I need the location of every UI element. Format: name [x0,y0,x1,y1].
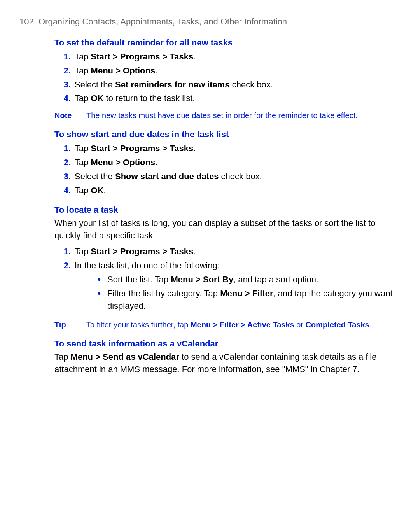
list-item: 4. Tap OK to return to the task list. [54,92,401,105]
paragraph-send-vcalendar: Tap Menu > Send as vCalendar to send a v… [54,351,381,376]
list-number: 3. [54,79,75,91]
bullet-item: • Sort the list. Tap Menu > Sort By, and… [91,273,401,286]
list-item: 2. In the task list, do one of the follo… [54,259,401,314]
list-locate-task: 1. Tap Start > Programs > Tasks. 2. In t… [54,245,401,313]
list-default-reminder: 1. Tap Start > Programs > Tasks. 2. Tap … [54,51,401,105]
list-text: Tap Start > Programs > Tasks. [75,245,401,258]
list-show-dates: 1. Tap Start > Programs > Tasks. 2. Tap … [54,142,401,197]
list-text: In the task list, do one of the followin… [75,259,401,314]
chapter-title: Organizing Contacts, Appointments, Tasks… [38,17,287,26]
list-number: 1. [54,51,75,63]
heading-send-vcalendar: To send task information as a vCalendar [54,338,401,350]
tip-text: To filter your tasks further, tap Menu >… [86,319,401,331]
note-block: Note The new tasks must have due dates s… [54,110,401,121]
list-item: 1. Tap Start > Programs > Tasks. [54,142,401,155]
bullet-text: Filter the list by category. Tap Menu > … [107,287,401,312]
list-text: Select the Show start and due dates chec… [75,170,401,183]
bullet-text: Sort the list. Tap Menu > Sort By, and t… [107,273,318,286]
list-text: Select the Set reminders for new items c… [75,79,401,91]
list-item: 3. Select the Set reminders for new item… [54,79,401,91]
list-number: 2. [54,156,75,169]
note-text: The new tasks must have due dates set in… [86,110,401,121]
list-item: 1. Tap Start > Programs > Tasks. [54,51,401,63]
list-number: 4. [54,92,75,105]
tip-label: Tip [54,319,86,331]
list-number: 1. [54,142,75,155]
list-text: Tap OK to return to the task list. [75,92,401,105]
heading-default-reminder: To set the default reminder for all new … [54,37,401,49]
list-text: Tap Start > Programs > Tasks. [75,51,401,63]
list-text: Tap Menu > Options. [75,156,401,169]
list-number: 2. [54,259,75,314]
list-item: 2. Tap Menu > Options. [54,156,401,169]
page-header: 102 Organizing Contacts, Appointments, T… [19,16,401,28]
bullet-icon: • [91,287,107,312]
list-number: 3. [54,170,75,183]
list-item: 2. Tap Menu > Options. [54,65,401,77]
list-text: Tap OK. [75,184,401,197]
list-text: Tap Start > Programs > Tasks. [75,142,401,155]
list-text: Tap Menu > Options. [75,65,401,77]
page-number: 102 [19,17,34,26]
list-item: 1. Tap Start > Programs > Tasks. [54,245,401,258]
heading-show-dates: To show start and due dates in the task … [54,128,401,141]
list-number: 2. [54,65,75,77]
paragraph-locate-intro: When your list of tasks is long, you can… [54,217,381,242]
list-number: 4. [54,184,75,197]
heading-locate-task: To locate a task [54,204,401,216]
bullet-item: • Filter the list by category. Tap Menu … [91,287,401,312]
bullet-icon: • [91,273,107,286]
list-item: 3. Select the Show start and due dates c… [54,170,401,183]
list-item: 4. Tap OK. [54,184,401,197]
list-number: 1. [54,245,75,258]
tip-block: Tip To filter your tasks further, tap Me… [54,319,401,331]
note-label: Note [54,110,86,121]
